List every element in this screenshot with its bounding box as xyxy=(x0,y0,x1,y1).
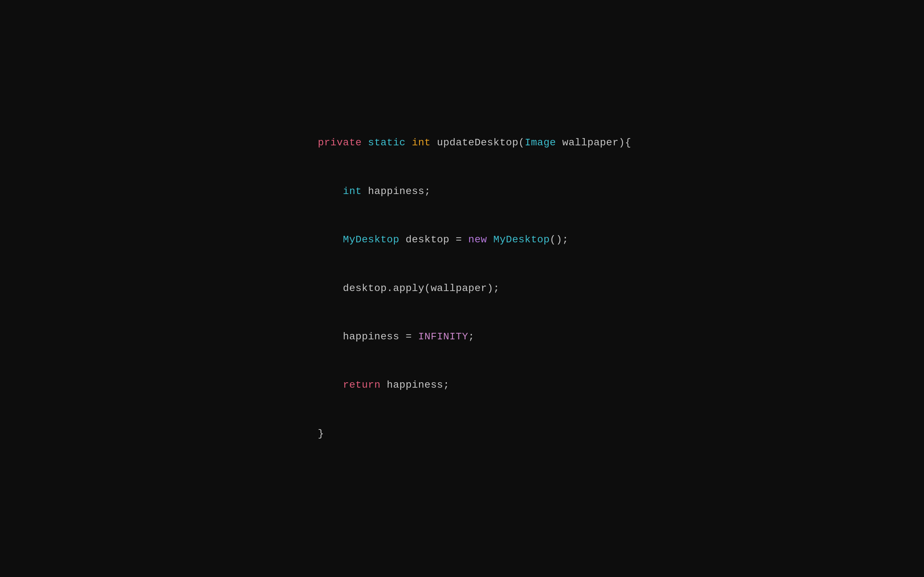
code-display: private static int updateDesktop(Image w… xyxy=(293,119,631,458)
code-line-6: return happiness; xyxy=(293,361,631,410)
code-line-4: desktop.apply(wallpaper); xyxy=(293,264,631,313)
keyword-static: static xyxy=(368,137,406,148)
code-line-2: int happiness; xyxy=(293,167,631,216)
code-line-1: private static int updateDesktop(Image w… xyxy=(293,119,631,167)
code-line-5: happiness = INFINITY; xyxy=(293,313,631,361)
constant-infinity: INFINITY xyxy=(418,331,468,342)
class-image: Image xyxy=(525,137,556,148)
keyword-int: int xyxy=(412,137,431,148)
closing-brace: } xyxy=(318,428,324,439)
type-int: int xyxy=(343,186,362,197)
class-mydesktop-1: MyDesktop xyxy=(343,234,399,245)
keyword-return: return xyxy=(343,379,380,390)
keyword-private: private xyxy=(318,137,362,148)
code-line-7: } xyxy=(293,410,631,458)
code-line-3: MyDesktop desktop = new MyDesktop(); xyxy=(293,216,631,264)
class-mydesktop-2: MyDesktop xyxy=(493,234,550,245)
keyword-new: new xyxy=(468,234,487,245)
